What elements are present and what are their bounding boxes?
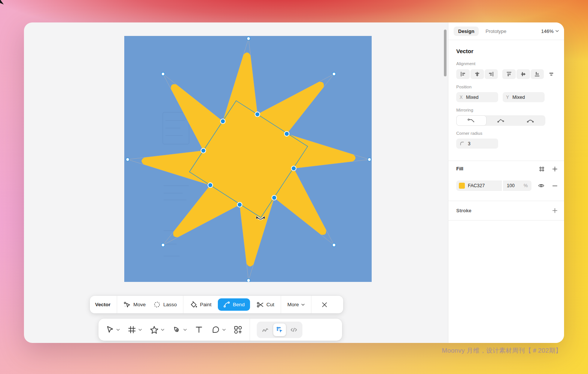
vector-node[interactable]	[161, 243, 165, 247]
align-middle-vertical-button[interactable]	[517, 69, 530, 79]
percent-sign: %	[524, 183, 528, 188]
lasso-icon	[153, 301, 161, 308]
toolbar-divider	[117, 296, 117, 313]
vector-node-selected[interactable]	[220, 119, 225, 124]
design-canvas[interactable]	[124, 36, 372, 282]
x-position-field[interactable]: X Mixed	[456, 92, 498, 102]
vector-mode-toolbar: Vector Move Lasso	[90, 296, 343, 313]
vector-node[interactable]	[247, 37, 250, 40]
alignment-controls	[456, 69, 558, 79]
vector-node-selected[interactable]	[284, 131, 289, 136]
dev-mode-icon	[290, 326, 298, 334]
mirroring-segmented-control	[456, 115, 545, 126]
shape-tool[interactable]	[149, 323, 165, 336]
cursor-tool-icon	[105, 325, 115, 334]
editor-mode-switcher	[257, 322, 302, 338]
chevron-down-icon[interactable]	[138, 329, 142, 331]
vector-node-selected[interactable]	[237, 202, 242, 207]
position-label: Position	[456, 85, 472, 89]
comment-tool-icon	[211, 325, 220, 334]
tidy-up-button[interactable]	[545, 69, 558, 79]
alignment-label: Alignment	[456, 61, 475, 66]
design-mode-button-active[interactable]	[273, 323, 286, 336]
corner-radius-value: 3	[468, 141, 470, 146]
vector-node[interactable]	[161, 72, 165, 76]
fill-color-swatch[interactable]	[459, 183, 465, 189]
chevron-down-icon[interactable]	[161, 329, 164, 331]
fill-opacity-field[interactable]: 100 %	[503, 180, 531, 191]
align-right-button[interactable]	[485, 69, 498, 79]
vector-mode-label: Vector	[90, 299, 112, 310]
chevron-down-icon[interactable]	[116, 329, 120, 331]
chevron-down-icon[interactable]	[183, 329, 187, 331]
add-fill-button[interactable]	[551, 165, 558, 172]
zoom-level-value: 146%	[541, 28, 554, 34]
vector-node[interactable]	[126, 158, 130, 161]
align-top-button[interactable]	[502, 69, 516, 79]
move-node-icon	[124, 301, 131, 308]
star-shape-fill[interactable]	[141, 52, 356, 267]
y-position-value: Mixed	[512, 95, 525, 100]
corner-radius-icon	[460, 141, 464, 146]
canvas-vertical-scrollbar[interactable]	[444, 30, 447, 76]
vector-node-selected[interactable]	[272, 195, 277, 200]
vector-node-selected[interactable]	[201, 148, 206, 153]
vector-node-selected[interactable]	[208, 183, 213, 188]
frame-tool[interactable]	[127, 323, 143, 336]
more-menu-button[interactable]: More	[286, 299, 307, 310]
mirror-none-button[interactable]	[456, 115, 487, 126]
dev-mode-button[interactable]	[287, 323, 300, 336]
vector-node[interactable]	[368, 158, 371, 161]
comment-tool[interactable]	[210, 323, 226, 336]
frame-tool-icon	[127, 325, 137, 334]
vector-node[interactable]	[332, 72, 336, 76]
vector-editor-canvas[interactable]	[124, 36, 372, 282]
toolbar-divider	[311, 296, 311, 313]
y-position-field[interactable]: Y Mixed	[503, 92, 545, 102]
desktop-background: { "app": { "watermark": "Moonvy 月维，设计素材周…	[0, 0, 588, 374]
cut-tool-button[interactable]: Cut	[255, 299, 276, 311]
chevron-down-icon	[301, 304, 305, 306]
toolbar-divider	[250, 319, 250, 341]
align-bottom-button[interactable]	[531, 69, 544, 79]
text-tool[interactable]	[194, 323, 204, 336]
actions-tool[interactable]	[232, 323, 244, 336]
bend-tool-button-active[interactable]: Bend	[218, 298, 250, 311]
draw-mode-button[interactable]	[259, 323, 272, 336]
vector-node-selected[interactable]	[255, 112, 260, 117]
lasso-tool-button[interactable]: Lasso	[152, 299, 178, 310]
vector-node-selected[interactable]	[291, 166, 296, 171]
y-axis-label: Y	[506, 95, 509, 100]
tab-design[interactable]: Design	[454, 27, 479, 36]
vector-node[interactable]	[247, 279, 250, 282]
pen-tool[interactable]	[171, 323, 188, 336]
properties-sidebar: Design Prototype 146% Vector Alignment	[448, 22, 564, 343]
move-tool-button[interactable]: Move	[122, 299, 147, 310]
fill-visibility-toggle[interactable]	[538, 182, 545, 189]
section-divider	[448, 161, 564, 161]
fill-color-field[interactable]: FAC327	[456, 180, 502, 191]
section-divider	[448, 220, 564, 221]
sidebar-header: Design Prototype 146%	[448, 22, 564, 40]
vector-node[interactable]	[332, 243, 336, 247]
styles-grid-icon[interactable]	[538, 165, 545, 172]
paint-tool-button[interactable]: Paint	[188, 299, 213, 311]
remove-fill-button[interactable]	[551, 182, 558, 189]
cursor-tool[interactable]	[104, 323, 121, 336]
toolbar-divider	[183, 296, 183, 313]
main-toolbar	[98, 319, 342, 341]
exit-vector-mode-button[interactable]	[316, 299, 333, 310]
tab-prototype[interactable]: Prototype	[485, 28, 506, 34]
mirror-angle-button[interactable]	[487, 115, 516, 126]
mirroring-label: Mirroring	[456, 108, 473, 112]
zoom-control[interactable]: 146%	[541, 28, 559, 34]
align-left-button[interactable]	[456, 69, 470, 79]
actions-tool-icon	[233, 325, 243, 335]
add-stroke-button[interactable]	[551, 207, 558, 214]
corner-radius-row: 3	[456, 139, 498, 149]
chevron-down-icon[interactable]	[222, 329, 226, 331]
mirror-angle-length-button[interactable]	[516, 115, 545, 126]
corner-radius-field[interactable]: 3	[456, 139, 498, 149]
corner-radius-label: Corner radius	[456, 131, 482, 136]
align-center-horizontal-button[interactable]	[470, 69, 484, 79]
